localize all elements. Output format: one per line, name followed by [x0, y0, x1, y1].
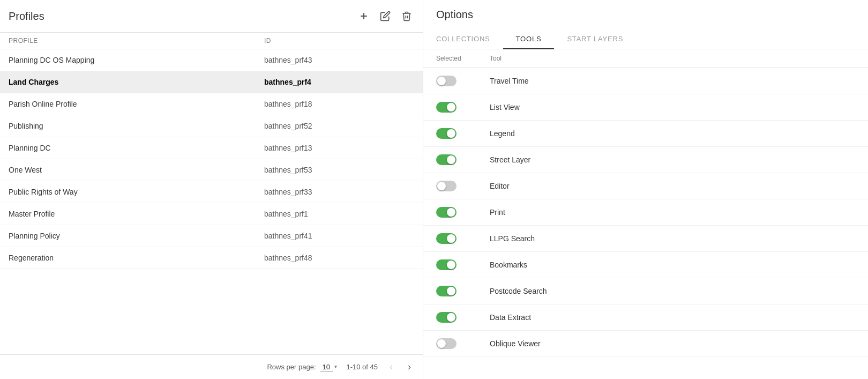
tab-collections[interactable]: COLLECTIONS: [423, 29, 503, 49]
tool-toggle-cell: [436, 76, 490, 86]
tool-toggle[interactable]: [436, 207, 457, 218]
tool-row: Editor: [423, 173, 868, 199]
tool-toggle-cell: [436, 207, 490, 218]
tool-toggle[interactable]: [436, 181, 457, 191]
tool-toggle[interactable]: [436, 76, 457, 86]
left-panel: Profiles: [0, 0, 423, 379]
row-id: bathnes_prf52: [264, 122, 414, 130]
row-profile: Planning DC: [9, 144, 264, 152]
row-id: bathnes_prf53: [264, 166, 414, 174]
tool-row: Print: [423, 199, 868, 226]
row-id: bathnes_prf41: [264, 232, 414, 240]
add-profile-button[interactable]: [356, 9, 371, 24]
right-panel: Options COLLECTIONSTOOLSSTART LAYERS Sel…: [423, 0, 868, 379]
profiles-title: Profiles: [9, 10, 44, 23]
tool-toggle[interactable]: [436, 338, 457, 349]
toggle-thumb: [447, 234, 455, 243]
tool-row: LLPG Search: [423, 226, 868, 252]
tool-name: Print: [490, 208, 855, 217]
row-profile: Planning Policy: [9, 232, 264, 240]
tool-toggle[interactable]: [436, 259, 457, 270]
tool-toggle[interactable]: [436, 312, 457, 323]
edit-profile-button[interactable]: [378, 9, 393, 24]
table-row[interactable]: Publishing bathnes_prf52: [0, 115, 423, 137]
tool-toggle[interactable]: [436, 286, 457, 296]
rows-per-page-label: Rows per page:: [267, 363, 316, 371]
tool-row: Oblique Viewer: [423, 331, 868, 357]
profiles-table-body: Planning DC OS Mapping bathnes_prf43 Lan…: [0, 49, 423, 354]
delete-profile-button[interactable]: [399, 9, 414, 24]
tab-start-layers[interactable]: START LAYERS: [554, 29, 636, 49]
row-id: bathnes_prf4: [264, 78, 414, 86]
tool-name: Legend: [490, 129, 855, 138]
tool-name: Travel Time: [490, 77, 855, 85]
prev-page-button[interactable]: ‹: [386, 360, 396, 374]
table-footer: Rows per page: 10 25 50 1-10 of 45 ‹ ›: [0, 354, 423, 379]
tool-row: Travel Time: [423, 68, 868, 94]
tool-name: Oblique Viewer: [490, 339, 855, 348]
tool-toggle-cell: [436, 102, 490, 113]
tools-table-header: Selected Tool: [423, 49, 868, 68]
row-profile: Publishing: [9, 122, 264, 130]
tool-toggle-cell: [436, 128, 490, 139]
tool-name: Postcode Search: [490, 287, 855, 295]
table-row[interactable]: Planning Policy bathnes_prf41: [0, 225, 423, 247]
tool-name: Bookmarks: [490, 261, 855, 269]
tool-row: Legend: [423, 121, 868, 147]
tool-toggle-cell: [436, 286, 490, 296]
row-profile: Planning DC OS Mapping: [9, 56, 264, 64]
table-row[interactable]: Land Charges bathnes_prf4: [0, 71, 423, 93]
toggle-thumb: [447, 155, 455, 164]
tool-toggle-cell: [436, 259, 490, 270]
row-id: bathnes_prf18: [264, 100, 414, 108]
row-profile: Master Profile: [9, 210, 264, 218]
rows-per-page-select[interactable]: 10 25 50: [320, 363, 333, 371]
row-id: bathnes_prf1: [264, 210, 414, 218]
tool-toggle[interactable]: [436, 128, 457, 139]
next-page-button[interactable]: ›: [405, 360, 414, 374]
tab-tools[interactable]: TOOLS: [503, 29, 555, 49]
toggle-thumb: [447, 313, 455, 322]
left-header: Profiles: [0, 9, 423, 32]
toggle-thumb: [447, 261, 455, 269]
profiles-table-header: Profile ID: [0, 32, 423, 49]
table-row[interactable]: Regeneration bathnes_prf48: [0, 247, 423, 269]
toggle-thumb: [437, 339, 446, 348]
tool-row: Postcode Search: [423, 278, 868, 304]
tool-col-name-header: Tool: [490, 55, 855, 62]
row-profile: Regeneration: [9, 254, 264, 262]
tool-toggle[interactable]: [436, 233, 457, 244]
row-profile: Parish Online Profile: [9, 100, 264, 108]
tool-toggle-cell: [436, 233, 490, 244]
tool-toggle-cell: [436, 181, 490, 191]
toggle-thumb: [447, 129, 455, 138]
tool-toggle-cell: [436, 154, 490, 165]
toggle-thumb: [447, 208, 455, 217]
tool-row: Street Layer: [423, 147, 868, 173]
tool-row: List View: [423, 94, 868, 121]
toggle-thumb: [447, 103, 455, 112]
table-row[interactable]: Planning DC bathnes_prf13: [0, 137, 423, 159]
row-id: bathnes_prf13: [264, 144, 414, 152]
tool-name: Editor: [490, 182, 855, 190]
options-title: Options: [423, 9, 868, 29]
tool-toggle-cell: [436, 338, 490, 349]
options-tabs: COLLECTIONSTOOLSSTART LAYERS: [423, 29, 868, 49]
row-profile: Land Charges: [9, 78, 264, 86]
tool-toggle[interactable]: [436, 154, 457, 165]
tools-rows: Travel Time List View Legend Street Laye…: [423, 68, 868, 357]
rows-select-wrapper: 10 25 50: [320, 363, 338, 371]
table-row[interactable]: Planning DC OS Mapping bathnes_prf43: [0, 49, 423, 71]
table-row[interactable]: Public Rights of Way bathnes_prf33: [0, 181, 423, 203]
tool-col-selected-header: Selected: [436, 55, 490, 62]
table-row[interactable]: Parish Online Profile bathnes_prf18: [0, 93, 423, 115]
table-row[interactable]: One West bathnes_prf53: [0, 159, 423, 181]
rows-per-page-control: Rows per page: 10 25 50: [267, 363, 338, 371]
row-id: bathnes_prf48: [264, 254, 414, 262]
tool-toggle-cell: [436, 312, 490, 323]
table-row[interactable]: Master Profile bathnes_prf1: [0, 203, 423, 225]
toggle-thumb: [437, 182, 446, 190]
header-actions: [356, 9, 414, 24]
tool-toggle[interactable]: [436, 102, 457, 113]
row-profile: Public Rights of Way: [9, 188, 264, 196]
